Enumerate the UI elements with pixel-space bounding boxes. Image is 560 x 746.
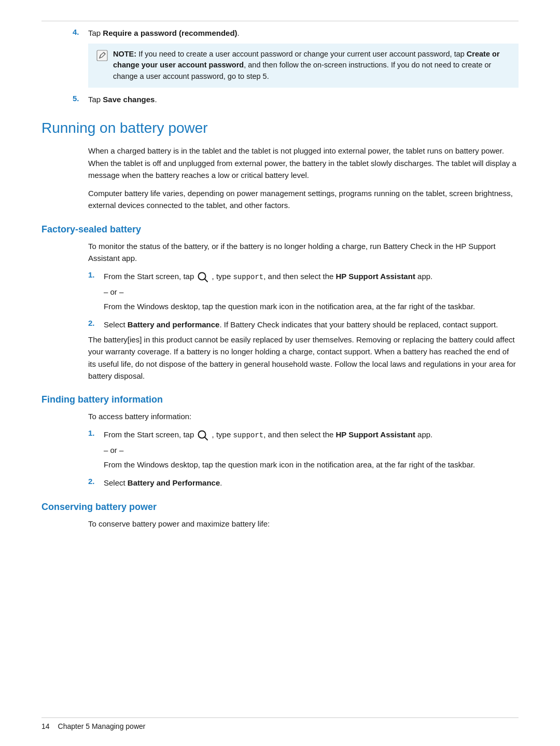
finding-step-2-bold: Battery and Performance xyxy=(128,478,220,487)
finding-step-1-number: 1. xyxy=(88,429,104,441)
note-box: NOTE: If you need to create a user accou… xyxy=(88,44,519,88)
search-icon xyxy=(197,271,208,283)
finding-or-divider: – or – xyxy=(104,446,519,454)
finding-step-1-content: From the Start screen, tap , type suppor… xyxy=(104,429,519,441)
svg-rect-0 xyxy=(97,50,107,61)
factory-step-2-number: 2. xyxy=(88,319,104,330)
top-divider xyxy=(41,21,519,21)
page: 4. Tap Require a password (recommended).… xyxy=(0,0,560,746)
factory-step-1-mid: , type support, and then select the HP S… xyxy=(212,272,433,281)
footer-chapter-text: Chapter 5 Managing power xyxy=(58,722,146,730)
svg-line-4 xyxy=(205,437,208,440)
step-5-period: . xyxy=(155,95,157,104)
finding-step-2-content: Select Battery and Performance. xyxy=(104,477,519,489)
factory-step-1-code: support xyxy=(233,273,263,281)
factory-warning: The battery[ies] in this product cannot … xyxy=(88,334,519,382)
note-label: NOTE: xyxy=(113,50,136,58)
finding-step-2: 2. Select Battery and Performance. xyxy=(88,477,519,489)
step-4-content: Tap Require a password (recommended). xyxy=(88,27,519,39)
finding-step-2-pre: Select xyxy=(104,478,128,487)
note-content: NOTE: If you need to create a user accou… xyxy=(113,49,510,82)
footer-page-number: 14 xyxy=(41,722,50,730)
running-para-2: Computer battery life varies, depending … xyxy=(88,187,519,212)
factory-step-1-pre: From the Start screen, tap xyxy=(104,272,196,281)
factory-step-2-content: Select Battery and performance. If Batte… xyxy=(104,319,519,330)
finding-step-2-period: . xyxy=(220,478,222,487)
step-5-number: 5. xyxy=(73,94,88,106)
finding-step-1-alt: From the Windows desktop, tap the questi… xyxy=(104,459,519,471)
factory-step-2-bold: Battery and performance xyxy=(128,320,220,329)
finding-battery-heading: Finding battery information xyxy=(41,394,519,405)
factory-step-1-alt: From the Windows desktop, tap the questi… xyxy=(104,300,519,312)
finding-step-1-pre: From the Start screen, tap xyxy=(104,430,196,439)
step-5-item: 5. Tap Save changes. xyxy=(41,94,519,106)
step-5-text: Tap xyxy=(88,95,103,104)
finding-step-1-mid: , type support, and then select the HP S… xyxy=(212,430,433,439)
finding-step-2-number: 2. xyxy=(88,477,104,489)
conserving-intro: To conserve battery power and maximize b… xyxy=(88,518,519,530)
step-4-period: . xyxy=(237,29,240,37)
factory-sealed-heading: Factory-sealed battery xyxy=(41,224,519,235)
step-5-bold: Save changes xyxy=(103,95,155,104)
footer: 14 Chapter 5 Managing power xyxy=(41,717,519,730)
running-on-battery-heading: Running on battery power xyxy=(41,120,519,136)
step-4-bold: Require a password (recommended) xyxy=(103,29,237,37)
finding-intro: To access battery information: xyxy=(88,410,519,422)
note-pencil-icon xyxy=(96,50,108,65)
step-4-text: Tap xyxy=(88,29,103,37)
running-para-1: When a charged battery is in the tablet … xyxy=(88,145,519,181)
step-4-number: 4. xyxy=(73,27,88,39)
factory-step-1-content: From the Start screen, tap , type suppor… xyxy=(104,270,519,283)
finding-step-1-code: support xyxy=(233,431,263,439)
finding-step-1-bold: HP Support Assistant xyxy=(336,430,415,439)
factory-step-2-pre: Select xyxy=(104,320,128,329)
factory-step-1-bold: HP Support Assistant xyxy=(336,272,415,281)
svg-line-2 xyxy=(205,279,208,282)
factory-step-2-post: . If Battery Check indicates that your b… xyxy=(219,320,498,329)
conserving-battery-heading: Conserving battery power xyxy=(41,502,519,513)
factory-step-1-number: 1. xyxy=(88,270,104,283)
factory-intro: To monitor the status of the battery, or… xyxy=(88,240,519,265)
note-text: If you need to create a user account pas… xyxy=(138,50,467,58)
factory-or-divider: – or – xyxy=(104,287,519,296)
finding-step-1: 1. From the Start screen, tap , type sup… xyxy=(88,429,519,441)
factory-step-1: 1. From the Start screen, tap , type sup… xyxy=(88,270,519,283)
step-5-content: Tap Save changes. xyxy=(88,94,519,106)
search-icon-2 xyxy=(197,430,208,441)
step-4-item: 4. Tap Require a password (recommended). xyxy=(41,27,519,39)
factory-step-2: 2. Select Battery and performance. If Ba… xyxy=(88,319,519,330)
